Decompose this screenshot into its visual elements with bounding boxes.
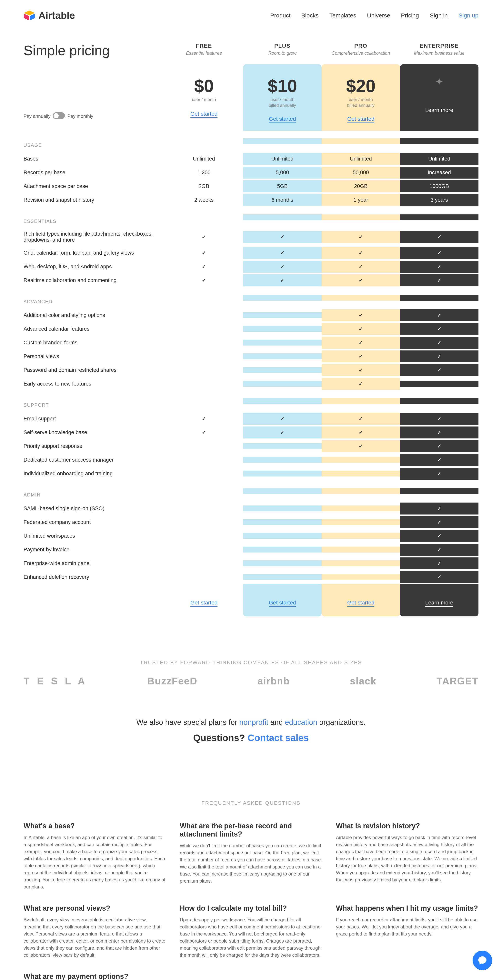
feature-label: Unlimited workspaces [24,530,165,542]
feature-value [243,312,322,318]
plus-billed: billed annually [249,103,316,108]
nav-templates[interactable]: Templates [330,12,356,19]
feature-value: 1000GB [400,180,478,192]
feature-value [243,471,322,476]
special-text-c: organizations. [317,718,366,726]
nav-product[interactable]: Product [270,12,290,19]
feature-label: Bases [24,153,165,165]
feature-row: Web, desktop, iOS, and Android apps [24,260,478,274]
plan-ent-name: ENTERPRISE [406,43,473,49]
feature-row: Grid, calendar, form, kanban, and galler… [24,246,478,260]
feature-value [165,547,243,552]
nav-blocks[interactable]: Blocks [301,12,319,19]
feature-value [322,574,400,580]
free-cta-bottom[interactable]: Get started [190,600,218,607]
feature-value [400,557,478,570]
feature-value [165,560,243,566]
feature-value [322,231,400,243]
nav-pricing[interactable]: Pricing [401,12,419,19]
feature-value [322,471,400,476]
feature-value: 1 year [322,194,400,206]
faq-question: What are the per-base record and attachm… [180,822,322,838]
feature-row: Personal views [24,350,478,363]
pro-price: $20 [327,76,394,96]
feature-value [322,337,400,349]
billing-toggle[interactable] [53,112,65,119]
trusted-section: TRUSTED BY FORWARD-THINKING COMPANIES OF… [0,640,502,706]
feature-row: Additional color and styling options [24,308,478,322]
feature-value [400,571,478,583]
contact-sales-link[interactable]: Contact sales [248,733,309,743]
feature-value [400,231,478,243]
feature-value [165,443,243,449]
feature-value [400,381,478,387]
ent-cta-bottom[interactable]: Learn more [425,600,453,607]
plus-cta-bottom[interactable]: Get started [269,600,296,607]
price-row: Pay annually Pay monthly $0 user / month… [24,64,478,131]
faq-question: What's a base? [24,822,166,830]
feature-value [165,574,243,580]
brand-logo[interactable]: Airtable [24,10,75,21]
feature-value [400,309,478,321]
pro-cta-bottom[interactable]: Get started [347,600,375,607]
feature-label: Federated company account [24,516,165,528]
feature-label: Advanced calendar features [24,323,165,335]
trusted-heading: TRUSTED BY FORWARD-THINKING COMPANIES OF… [24,660,478,666]
pro-cta[interactable]: Get started [347,116,375,123]
feature-value [165,413,243,425]
feature-label: SAML-based single sign-on (SSO) [24,503,165,514]
feature-label: Records per base [24,167,165,178]
feature-value [165,367,243,373]
feature-value [322,506,400,511]
feature-value [165,381,243,387]
nav-signup[interactable]: Sign up [459,12,478,19]
chat-widget[interactable] [473,951,492,970]
ent-cta[interactable]: Learn more [425,107,453,114]
nav-signin[interactable]: Sign in [430,12,448,19]
nav-universe[interactable]: Universe [367,12,390,19]
feature-label: Enterprise-wide admin panel [24,557,165,570]
feature-value [400,440,478,452]
plus-cta[interactable]: Get started [269,116,296,123]
feature-value [322,261,400,273]
feature-value [322,323,400,335]
billing-annual-label[interactable]: Pay annually [24,113,50,119]
feature-value [243,574,322,580]
feature-row: Self-serve knowledge base [24,425,478,439]
feature-row: Dedicated customer success manager [24,453,478,467]
top-nav: Airtable Product Blocks Templates Univer… [0,0,502,31]
feature-value [322,247,400,259]
feature-value [165,457,243,463]
faq-answer: While we don't limit the number of bases… [180,842,322,885]
pro-unit: user / month [327,97,394,102]
nonprofit-link[interactable]: nonprofit [239,718,268,726]
feature-row: BasesUnlimitedUnlimitedUnlimitedUnlimite… [24,152,478,165]
feature-value [165,231,243,243]
special-text-b: and [268,718,285,726]
faq-heading: FREQUENTLY ASKED QUESTIONS [24,800,478,806]
feature-row: Federated company account [24,515,478,529]
feature-row: Custom branded forms [24,336,478,350]
free-cta[interactable]: Get started [190,111,218,118]
education-link[interactable]: education [285,718,317,726]
nav-links: Product Blocks Templates Universe Pricin… [270,12,478,19]
feature-value [400,247,478,259]
feature-row: Revision and snapshot history2 weeks6 mo… [24,193,478,207]
special-text-a: We also have special plans for [136,718,239,726]
plan-ent-tagline: Maximum business value [406,51,473,56]
billing-monthly-label[interactable]: Pay monthly [67,113,93,119]
pricing-header: Simple pricing FREEEssential features PL… [24,39,478,60]
logo-slack: slack [350,675,376,687]
plan-pro-tagline: Comprehensive collaboration [327,51,394,56]
section-admin: ADMIN [24,480,165,501]
feature-value: Unlimited [322,153,400,165]
logo-airbnb: airbnb [258,675,290,687]
feature-row: Records per base1,2005,00050,000Increase… [24,165,478,179]
faq-item: What are personal views?By default, ever… [24,904,166,959]
feature-value [400,274,478,286]
feature-row: SAML-based single sign-on (SSO) [24,501,478,515]
feature-row: Advanced calendar features [24,322,478,336]
feature-value [243,274,322,286]
feature-row: Password and domain restricted shares [24,363,478,377]
feature-value [243,533,322,539]
